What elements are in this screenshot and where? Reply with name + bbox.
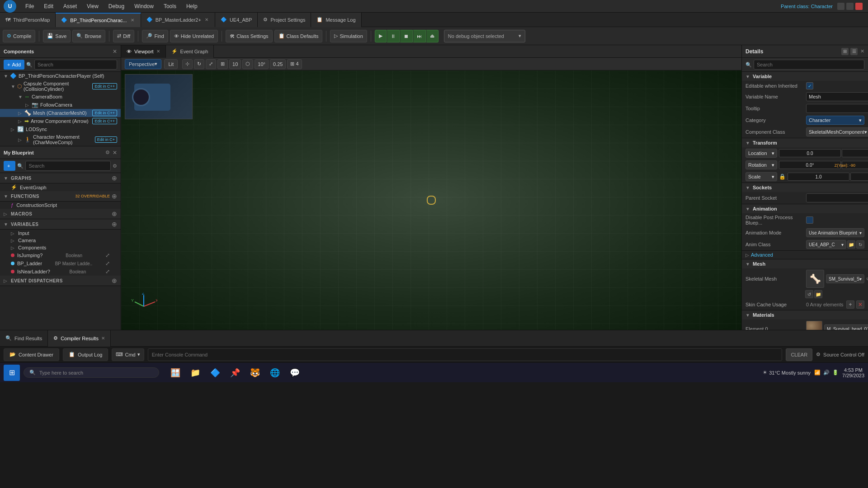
debug-object-dropdown[interactable]: No debug object selected ▾: [444, 30, 525, 42]
tree-item-self[interactable]: ▼ 🔷 BP_ThirdPersonCharacterPlayer (Self): [0, 72, 121, 80]
clear-button[interactable]: CLEAR: [786, 348, 812, 361]
edit-cpp-charmove[interactable]: Edit in C+: [95, 136, 117, 143]
blueprint-add-button[interactable]: +: [4, 161, 15, 171]
bp-var-bpladder[interactable]: BP_Ladder BP Master Ladde.. ⤢: [0, 259, 121, 267]
sockets-section-header[interactable]: ▼ Sockets: [742, 183, 868, 192]
category-dropdown[interactable]: Character ▾: [806, 116, 864, 125]
taskbar-app-pin[interactable]: 📌: [226, 364, 244, 382]
tab-event-graph[interactable]: ⚡ Event Graph: [166, 45, 214, 58]
eject-button[interactable]: ⏏: [426, 30, 439, 42]
skeletal-mesh-dropdown[interactable]: SM_Survival_S ▾: [826, 274, 864, 283]
components-panel-close[interactable]: ✕: [113, 48, 117, 55]
taskbar-search-bar[interactable]: 🔍 Type here to search: [24, 367, 159, 378]
transform-section-header[interactable]: ▼ Transform: [742, 138, 868, 147]
variable-name-input[interactable]: [806, 92, 868, 101]
lit-button[interactable]: Lit: [164, 59, 178, 69]
bp-variables-header[interactable]: ▼ VARIABLES ⊕: [0, 219, 121, 230]
advanced-row[interactable]: ▷ Advanced: [742, 251, 868, 259]
details-grid-icon[interactable]: ⊞: [841, 48, 849, 55]
vp-tool-3[interactable]: ⤢: [206, 59, 216, 69]
anim-class-browse-button[interactable]: 📁: [847, 240, 855, 249]
details-close-icon[interactable]: ✕: [860, 48, 864, 54]
tab-character[interactable]: 🔷 BP_ThirdPersonCharac... ✕: [56, 13, 141, 27]
content-drawer-button[interactable]: 📂 Content Drawer: [4, 348, 59, 361]
battery-icon[interactable]: 🔋: [832, 370, 839, 375]
tree-item-arrow[interactable]: ▷ ➡ Arrow Component (Arrow) Edit in C++: [0, 117, 121, 125]
taskbar-app-discord[interactable]: 💬: [286, 364, 304, 382]
mesh-reset-icon[interactable]: ↺: [866, 276, 868, 282]
window-close[interactable]: [855, 3, 863, 10]
taskbar-app-taskview[interactable]: 🪟: [166, 364, 184, 382]
volume-icon[interactable]: 🔊: [823, 370, 830, 375]
output-log-button[interactable]: 📋 Output Log: [63, 348, 108, 361]
class-defaults-button[interactable]: 📋 Class Defaults: [274, 30, 323, 42]
materials-section-header[interactable]: ▼ Materials: [742, 310, 868, 319]
mesh-browse-button[interactable]: ↺: [805, 290, 813, 298]
vp-tool-2[interactable]: ↻: [194, 59, 204, 69]
vp-tool-1[interactable]: ⊹: [182, 59, 193, 69]
console-input[interactable]: [148, 348, 783, 361]
window-maximize[interactable]: [846, 3, 854, 10]
skip-button[interactable]: ⏭: [413, 30, 426, 42]
edit-cpp-mesh[interactable]: Edit in C++: [92, 110, 117, 116]
tab-character-close[interactable]: ✕: [130, 17, 135, 23]
taskbar-app-tiger[interactable]: 🐯: [246, 364, 264, 382]
vp-tool-4[interactable]: ⊞: [217, 59, 228, 69]
tab-ladder[interactable]: 🔷 BP_MasterLadder2+ ✕: [141, 13, 215, 27]
parent-socket-input[interactable]: [806, 193, 868, 202]
find-button[interactable]: 🔎 Find: [142, 30, 168, 42]
anim-class-dropdown[interactable]: UE4_ABP_C ▾: [806, 240, 846, 249]
menu-tools[interactable]: Tools: [159, 1, 181, 11]
bp-construction-script[interactable]: ƒ ConstructionScript: [0, 202, 121, 209]
tooltip-input[interactable]: [806, 104, 868, 113]
menu-debug[interactable]: Debug: [104, 1, 129, 11]
blueprint-gear-icon[interactable]: ⚙: [105, 150, 110, 155]
tab-project-settings[interactable]: ⚙ Project Settings: [258, 13, 311, 27]
scale-dropdown[interactable]: Scale ▾: [745, 172, 777, 181]
dispatchers-add-icon[interactable]: ⊕: [112, 277, 117, 284]
browse-button[interactable]: 🔍 Browse: [72, 30, 105, 42]
functions-add-icon[interactable]: ⊕: [112, 192, 117, 200]
menu-edit[interactable]: Edit: [39, 1, 58, 11]
class-settings-button[interactable]: 🛠 Class Settings: [226, 30, 272, 42]
tab-ue4abp[interactable]: 🔷 UE4_ABP: [215, 13, 258, 27]
bp-var-components[interactable]: ▷ Components: [0, 244, 121, 251]
edit-cpp-arrow[interactable]: Edit in C++: [92, 118, 117, 124]
blueprint-panel-close[interactable]: ✕: [113, 150, 117, 156]
taskbar-app-ue4[interactable]: 🔷: [206, 364, 224, 382]
vp-tool-7[interactable]: 10°: [255, 59, 269, 69]
tree-item-followcam[interactable]: ▷ 📷 FollowCamera: [0, 101, 121, 109]
variable-section-header[interactable]: ▼ Variable: [742, 72, 868, 81]
vp-tool-9[interactable]: ⊞ 4: [287, 59, 302, 69]
taskbar-app-explorer[interactable]: 📁: [186, 364, 204, 382]
skin-add-button[interactable]: +: [846, 300, 854, 309]
bp-var-camera[interactable]: ▷ Camera: [0, 237, 121, 244]
components-search-input[interactable]: [34, 60, 117, 70]
hide-unrelated-button[interactable]: 👁 Hide Unrelated: [170, 30, 218, 42]
cmd-button[interactable]: ⌨ Cmd ▾: [112, 348, 144, 361]
rotation-y-input[interactable]: [842, 161, 868, 169]
graphs-add-icon[interactable]: ⊕: [112, 174, 117, 182]
tab-ladder-close[interactable]: ✕: [204, 16, 209, 23]
stop-button[interactable]: ⏹: [400, 30, 413, 42]
menu-window[interactable]: Window: [130, 1, 158, 11]
diff-button[interactable]: ⇄ Diff: [113, 30, 134, 42]
macros-add-icon[interactable]: ⊕: [112, 210, 117, 217]
windows-start-button[interactable]: ⊞: [4, 365, 20, 381]
details-search-input[interactable]: [754, 60, 864, 70]
simulation-button[interactable]: ▷ Simulation: [330, 30, 367, 42]
components-add-button[interactable]: + Add: [4, 60, 24, 70]
bp-var-input[interactable]: ▷ Input: [0, 230, 121, 237]
location-dropdown[interactable]: Location ▾: [745, 149, 777, 158]
network-icon[interactable]: 📶: [814, 370, 821, 375]
mesh-section-header[interactable]: ▼ Mesh: [742, 259, 868, 268]
bp-functions-header[interactable]: ▼ FUNCTIONS 32 OVERRIDABLE ⊕: [0, 191, 121, 202]
variables-add-icon[interactable]: ⊕: [112, 221, 117, 228]
source-control-status[interactable]: ⚙ Source Control Off: [816, 352, 864, 357]
tab-map[interactable]: 🗺 ThirdPersonMap: [0, 13, 56, 27]
tree-item-capsule[interactable]: ▼ ⬡ Capsule Component (CollisionCylinder…: [0, 80, 121, 93]
details-list-icon[interactable]: ☰: [850, 48, 858, 55]
save-button[interactable]: 💾 Save: [43, 30, 71, 42]
taskbar-clock[interactable]: 4:53 PM 7/29/2023: [842, 367, 864, 378]
tree-item-charmove[interactable]: ▷ 🚶 Character Movement (CharMoveComp) Ed…: [0, 133, 121, 146]
